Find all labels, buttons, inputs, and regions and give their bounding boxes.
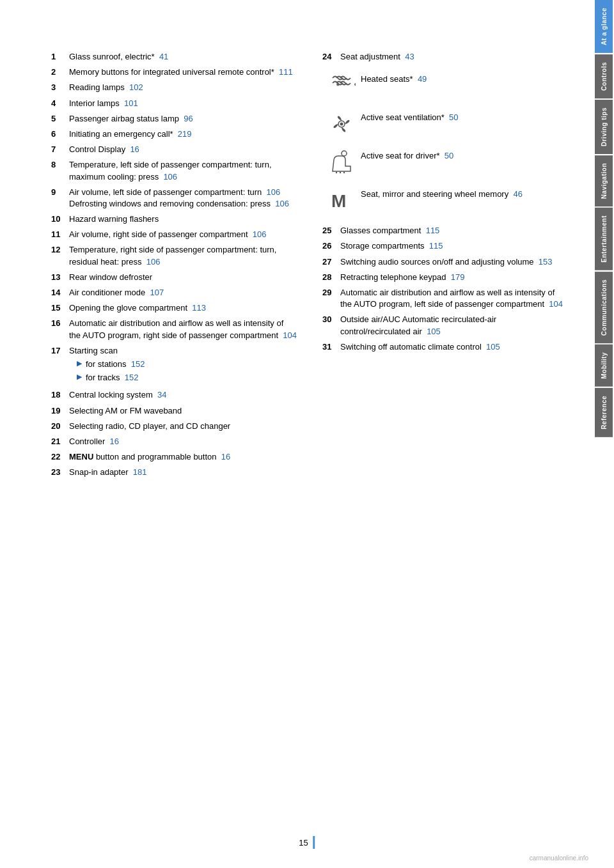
sidebar-tab-communications[interactable]: Communications: [595, 272, 613, 343]
page-ref[interactable]: 16: [110, 437, 119, 446]
item-text: Temperature, right side of passenger com…: [69, 244, 297, 267]
item-text: Air volume, right side of passenger comp…: [69, 229, 297, 240]
page-ref[interactable]: 115: [426, 226, 440, 235]
item-number: 5: [51, 113, 69, 125]
item-number: 16: [51, 318, 69, 341]
heated-seats-row: ・・・ Heated seats* 49: [322, 72, 568, 100]
item-text: Automatic air distribution and airflow a…: [69, 318, 297, 341]
list-item: 31 Switching off automatic climate contr…: [322, 341, 568, 353]
page-ref[interactable]: 41: [159, 52, 168, 61]
sidebar-tab-entertainment[interactable]: Entertainment: [595, 208, 613, 270]
list-item: 28 Retracting telephone keypad 179: [322, 272, 568, 283]
sidebar-tab-driving[interactable]: Driving tips: [595, 100, 613, 154]
page-ref[interactable]: 111: [279, 67, 293, 77]
item-number: 12: [51, 244, 69, 267]
page-ref[interactable]: 106: [163, 172, 177, 182]
list-item: 30 Outside air/AUC Automatic recirculate…: [322, 314, 568, 337]
item-number: 29: [322, 287, 340, 310]
page-ref[interactable]: 105: [427, 327, 441, 336]
sub-item: ▶ for stations 152: [77, 359, 297, 370]
page-ref[interactable]: 152: [125, 373, 139, 382]
item-text: Retracting telephone keypad 179: [340, 272, 568, 283]
left-column: 1 Glass sunroof, electric* 41 2 Memory b…: [51, 51, 297, 830]
item-text: Outside air/AUC Automatic recirculated-a…: [340, 314, 568, 337]
page-ref[interactable]: 106: [267, 187, 281, 197]
item-number: 21: [51, 436, 69, 447]
list-item: 15 Opening the glove compartment 113: [51, 302, 297, 314]
seat-memory-icon: M: [327, 187, 356, 215]
seat-ventilation-row: Active seat ventilation* 50: [322, 110, 568, 138]
page-ref[interactable]: 106: [146, 257, 161, 267]
page-ref[interactable]: 50: [449, 112, 458, 122]
list-item: 21 Controller 16: [51, 436, 297, 447]
item-number: 27: [322, 256, 340, 268]
page-container: 1 Glass sunroof, electric* 41 2 Memory b…: [0, 0, 614, 868]
item-text: Switching off automatic climate control …: [340, 341, 568, 353]
heated-seats-label: Heated seats* 49: [361, 72, 568, 84]
page-ref[interactable]: 102: [129, 82, 143, 92]
page-line: [313, 836, 315, 849]
page-ref[interactable]: 106: [253, 229, 267, 239]
item-text: Controller 16: [69, 436, 297, 447]
right-column: 24 Seat adjustment 43 ・・・: [322, 51, 568, 830]
page-ref[interactable]: 152: [131, 359, 145, 369]
sidebar-tab-controls[interactable]: Controls: [595, 54, 613, 98]
page-ref[interactable]: 16: [130, 144, 139, 154]
item-text: Switching audio sources on/off and adjus…: [340, 256, 568, 268]
item-number: 26: [322, 240, 340, 252]
list-item: 10 Hazard warning flashers: [51, 213, 297, 225]
list-item: 23 Snap-in adapter 181: [51, 467, 297, 478]
seat-driver-label: Active seat for driver* 50: [361, 148, 568, 160]
item-number: 18: [51, 389, 69, 401]
item-text: Glasses compartment 115: [340, 225, 568, 236]
page-ref[interactable]: 179: [451, 272, 465, 282]
item-number: 8: [51, 159, 69, 182]
page-ref[interactable]: 34: [157, 390, 166, 399]
page-ref[interactable]: 219: [178, 129, 192, 139]
item-number: 3: [51, 82, 69, 93]
seat-memory-row: M Seat, mirror and steering wheel memory…: [322, 187, 568, 215]
item-number: 17: [51, 345, 69, 386]
page-ref[interactable]: 115: [429, 241, 443, 251]
page-ref[interactable]: 181: [133, 467, 147, 477]
item-text: Opening the glove compartment 113: [69, 302, 297, 314]
page-ref[interactable]: 101: [124, 98, 138, 108]
page-ref[interactable]: 104: [549, 299, 563, 309]
main-content: 1 Glass sunroof, electric* 41 2 Memory b…: [0, 0, 594, 868]
item-number: 30: [322, 314, 340, 337]
item-text: Glass sunroof, electric* 41: [69, 51, 297, 63]
page-ref[interactable]: 107: [150, 288, 164, 297]
item-text: Control Display 16: [69, 144, 297, 155]
list-item: 20 Selecting radio, CD player, and CD ch…: [51, 421, 297, 432]
item-text: Memory buttons for integrated universal …: [69, 66, 297, 78]
page-ref[interactable]: 153: [539, 257, 553, 267]
page-ref[interactable]: 49: [418, 74, 427, 84]
svg-point-2: [340, 123, 343, 126]
list-item: 4 Interior lamps 101: [51, 98, 297, 109]
seat-ventilation-label: Active seat ventilation* 50: [361, 110, 568, 122]
sidebar-tab-navigation[interactable]: Navigation: [595, 155, 613, 206]
sidebar-tab-at-glance[interactable]: At a glance: [595, 0, 613, 53]
list-item: 1 Glass sunroof, electric* 41: [51, 51, 297, 63]
page-ref[interactable]: 43: [405, 52, 414, 61]
page-ref[interactable]: 46: [513, 189, 522, 199]
item-number: 10: [51, 213, 69, 225]
sidebar-tab-mobility[interactable]: Mobility: [595, 345, 613, 387]
item-text: Initiating an emergency call* 219: [69, 128, 297, 140]
sub-bullet-icon: ▶: [77, 359, 82, 370]
page-ref[interactable]: 50: [445, 151, 453, 160]
page-ref[interactable]: 104: [283, 330, 297, 340]
list-item: 12 Temperature, right side of passenger …: [51, 244, 297, 267]
page-ref[interactable]: 16: [221, 452, 230, 461]
sidebar-tab-reference[interactable]: Reference: [595, 388, 613, 437]
page-ref[interactable]: 106: [275, 199, 289, 208]
item-number: 15: [51, 302, 69, 314]
list-item: 9 Air volume, left side of passenger com…: [51, 187, 297, 210]
list-item: 5 Passenger airbag status lamp 96: [51, 113, 297, 125]
heated-seats-icon: ・・・: [327, 72, 356, 100]
item-text: Central locking system 34: [69, 389, 297, 401]
list-item: 3 Reading lamps 102: [51, 82, 297, 93]
page-ref[interactable]: 113: [192, 303, 206, 313]
page-ref[interactable]: 96: [184, 114, 193, 123]
page-ref[interactable]: 105: [486, 342, 500, 352]
